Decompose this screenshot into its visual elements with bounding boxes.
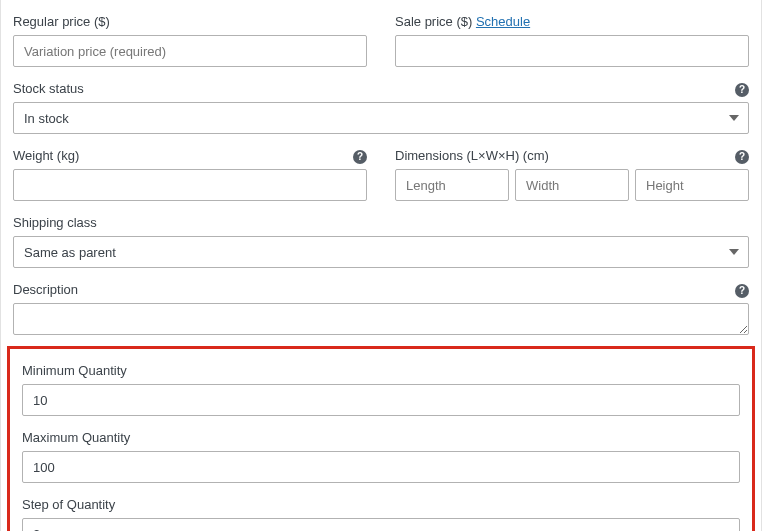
quantity-settings-highlight: Minimum Quantity Maximum Quantity Step o…: [7, 346, 755, 531]
weight-field: Weight (kg) ?: [13, 134, 367, 201]
shipping-class-select[interactable]: Same as parent: [13, 236, 749, 268]
stock-status-label: Stock status: [13, 81, 749, 96]
sale-price-label: Sale price ($) Schedule: [395, 14, 749, 29]
help-icon[interactable]: ?: [735, 150, 749, 164]
description-label: Description: [13, 282, 749, 297]
description-textarea[interactable]: [13, 303, 749, 335]
min-quantity-input[interactable]: [22, 384, 740, 416]
help-icon[interactable]: ?: [735, 83, 749, 97]
help-icon[interactable]: ?: [353, 150, 367, 164]
regular-price-field: Regular price ($): [13, 0, 367, 67]
max-quantity-input[interactable]: [22, 451, 740, 483]
stock-status-select[interactable]: In stock: [13, 102, 749, 134]
weight-label: Weight (kg): [13, 148, 367, 163]
dimension-height-input[interactable]: [635, 169, 749, 201]
variation-form-panel: Regular price ($) Sale price ($) Schedul…: [0, 0, 762, 531]
dimension-length-input[interactable]: [395, 169, 509, 201]
max-quantity-field: Maximum Quantity: [20, 416, 742, 483]
step-quantity-input[interactable]: [22, 518, 740, 531]
min-quantity-label: Minimum Quantity: [22, 363, 740, 378]
sale-price-field: Sale price ($) Schedule: [395, 0, 749, 67]
regular-price-input[interactable]: [13, 35, 367, 67]
dimensions-label: Dimensions (L×W×H) (cm): [395, 148, 749, 163]
sale-price-input[interactable]: [395, 35, 749, 67]
min-quantity-field: Minimum Quantity: [20, 349, 742, 416]
dimension-width-input[interactable]: [515, 169, 629, 201]
step-quantity-field: Step of Quantity: [20, 483, 742, 531]
schedule-link[interactable]: Schedule: [476, 14, 530, 29]
weight-input[interactable]: [13, 169, 367, 201]
dimensions-field: Dimensions (L×W×H) (cm) ?: [395, 134, 749, 201]
max-quantity-label: Maximum Quantity: [22, 430, 740, 445]
shipping-class-label: Shipping class: [13, 215, 749, 230]
shipping-class-field: Shipping class Same as parent: [13, 201, 749, 268]
regular-price-label: Regular price ($): [13, 14, 367, 29]
description-field: Description ?: [13, 268, 749, 338]
help-icon[interactable]: ?: [735, 284, 749, 298]
stock-status-field: Stock status ? In stock: [13, 67, 749, 134]
step-quantity-label: Step of Quantity: [22, 497, 740, 512]
